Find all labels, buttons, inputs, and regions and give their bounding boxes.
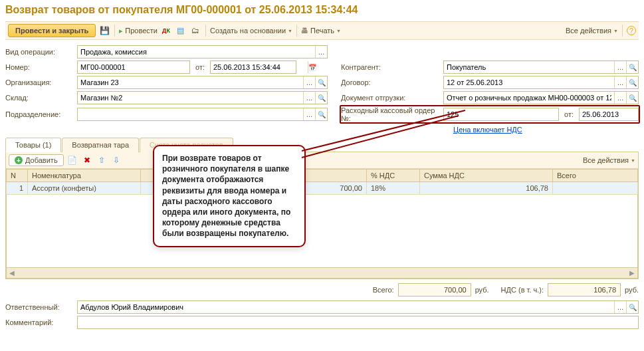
chevron-down-icon: ▼ <box>336 29 341 33</box>
ellipsis-icon[interactable]: … <box>303 92 315 104</box>
move-down-icon[interactable]: ⇩ <box>110 154 122 166</box>
separator <box>205 25 206 37</box>
tab-panel: + Добавить 📄 ✖ ⇧ ⇩ Все действия ▼ N Номе… <box>5 152 639 279</box>
table-row[interactable]: 1 Ассорти (конфеты) 700,00 18% 106,78 <box>7 182 638 195</box>
counterparty-label: Контрагент: <box>341 63 441 71</box>
ellipsis-icon[interactable]: … <box>303 76 315 88</box>
callout: При возврате товаров от розничного покуп… <box>153 145 306 247</box>
chevron-down-icon: ▼ <box>288 29 292 33</box>
post-and-close-button[interactable]: Провести и закрыть <box>8 24 96 37</box>
op-type-field[interactable]: … <box>77 45 328 58</box>
responsible-label: Ответственный: <box>5 303 74 311</box>
cash-order-date-field[interactable]: 📅 <box>579 108 639 121</box>
contract-field[interactable]: … 🔍 <box>443 76 639 89</box>
grid-all-actions-label: Все действия <box>583 156 629 164</box>
tree-icon[interactable]: 🗂 <box>189 25 201 37</box>
print-label: Печать <box>310 27 334 35</box>
ellipsis-icon[interactable]: … <box>315 46 327 58</box>
cell-item[interactable]: Ассорти (конфеты) <box>28 182 141 195</box>
col-vat-rate[interactable]: % НДС <box>367 170 420 182</box>
grid-all-actions-button[interactable]: Все действия ▼ <box>583 156 635 164</box>
responsible-input[interactable] <box>78 301 614 313</box>
search-icon[interactable]: 🔍 <box>626 92 638 104</box>
separator <box>296 25 297 37</box>
ellipsis-icon[interactable]: … <box>614 76 626 88</box>
post-button[interactable]: ▸ Провести <box>119 27 158 35</box>
col-vat-sum[interactable]: Сумма НДС <box>420 170 553 182</box>
rub-label: руб. <box>625 286 639 294</box>
search-icon[interactable]: 🔍 <box>626 301 638 313</box>
svg-line-1 <box>302 116 459 158</box>
number-field[interactable] <box>77 60 190 74</box>
cell-total[interactable] <box>553 182 638 195</box>
help-icon[interactable]: ? <box>627 26 636 35</box>
struct-icon[interactable]: ▤ <box>175 25 187 37</box>
op-type-input[interactable] <box>78 46 315 58</box>
create-based-label: Создать на основании <box>210 27 286 35</box>
main-toolbar: Провести и закрыть 💾 ▸ Провести ДК ▤ 🗂 С… <box>5 21 639 40</box>
number-input[interactable] <box>78 61 189 73</box>
comment-input[interactable] <box>78 316 638 328</box>
search-icon[interactable]: 🔍 <box>626 76 638 88</box>
ellipsis-icon[interactable]: … <box>614 61 626 73</box>
col-item[interactable]: Номенклатура <box>28 170 141 182</box>
col-n[interactable]: N <box>7 170 28 182</box>
add-button[interactable]: + Добавить <box>9 154 64 166</box>
cell-n[interactable]: 1 <box>7 182 28 195</box>
dtdt-icon[interactable]: ДК <box>160 25 172 37</box>
warehouse-input[interactable] <box>78 92 303 104</box>
ellipsis-icon[interactable]: … <box>614 301 626 313</box>
page-title: Возврат товаров от покупателя МГ00-00000… <box>5 1 639 21</box>
from-label: от: <box>195 63 205 71</box>
copy-icon[interactable]: 📄 <box>66 154 78 166</box>
comment-field[interactable] <box>77 316 639 329</box>
org-label: Организация: <box>5 78 74 86</box>
grid-empty-area <box>6 195 638 268</box>
cash-order-date-input[interactable] <box>580 108 644 120</box>
scroll-right-icon[interactable]: ▶ <box>627 269 637 277</box>
division-input[interactable] <box>78 108 303 120</box>
op-type-label: Вид операции: <box>5 48 74 56</box>
create-based-button[interactable]: Создать на основании ▼ <box>210 27 292 35</box>
warehouse-field[interactable]: … 🔍 <box>77 91 328 104</box>
shipdoc-field[interactable]: … 🔍 <box>443 91 639 104</box>
total-value: 700,00 <box>398 283 471 296</box>
save-icon[interactable]: 💾 <box>98 25 110 37</box>
shipdoc-label: Документ отгрузки: <box>341 94 441 102</box>
division-label: Подразделение: <box>5 110 74 118</box>
print-button[interactable]: 🖶 Печать ▼ <box>301 27 341 35</box>
search-icon[interactable]: 🔍 <box>626 61 638 73</box>
rub-label: руб. <box>475 286 489 294</box>
all-actions-button[interactable]: Все действия ▼ <box>566 27 618 35</box>
delete-icon[interactable]: ✖ <box>81 154 93 166</box>
scroll-left-icon[interactable]: ◀ <box>7 269 17 277</box>
org-field[interactable]: … 🔍 <box>77 76 328 89</box>
responsible-field[interactable]: … 🔍 <box>77 300 639 314</box>
counterparty-field[interactable]: … 🔍 <box>443 60 639 74</box>
callout-connector <box>279 108 479 161</box>
totals-bar: Всего: 700,00 руб. НДС (в т. ч.): 106,78… <box>5 279 639 300</box>
org-input[interactable] <box>78 76 303 88</box>
contract-input[interactable] <box>444 76 614 88</box>
cell[interactable]: 700,00 <box>304 182 367 195</box>
separator <box>622 25 623 37</box>
counterparty-input[interactable] <box>444 61 614 73</box>
shipdoc-input[interactable] <box>444 92 614 104</box>
col-5[interactable] <box>304 170 367 182</box>
svg-line-0 <box>302 110 465 151</box>
move-up-icon[interactable]: ⇧ <box>96 154 108 166</box>
chevron-down-icon: ▼ <box>613 29 618 33</box>
search-icon[interactable]: 🔍 <box>315 92 327 104</box>
ellipsis-icon[interactable]: … <box>614 92 626 104</box>
h-scrollbar[interactable]: ◀ ▶ <box>6 268 638 279</box>
tab-returnable[interactable]: Возвратная тара <box>62 138 139 152</box>
date-field[interactable]: 📅 <box>210 60 296 74</box>
date-input[interactable] <box>211 61 308 73</box>
search-icon[interactable]: 🔍 <box>315 76 327 88</box>
col-total[interactable]: Всего <box>553 170 638 182</box>
cell-vat-rate[interactable]: 18% <box>367 182 420 195</box>
vat-link[interactable]: Цена включает НДС <box>453 124 639 138</box>
calendar-icon[interactable]: 📅 <box>308 61 316 73</box>
tab-goods[interactable]: Товары (1) <box>5 138 61 152</box>
cell-vat-sum[interactable]: 106,78 <box>420 182 553 195</box>
